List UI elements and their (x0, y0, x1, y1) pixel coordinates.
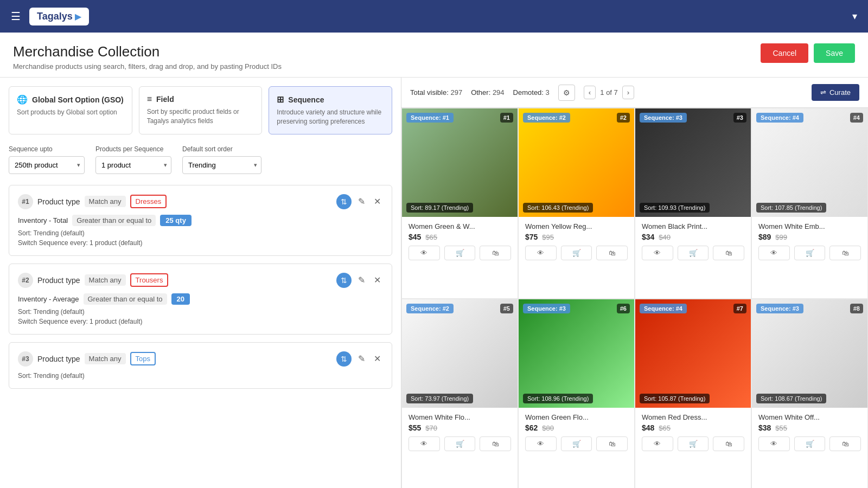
sort-card-sequence-header: ⊞ Sequence (277, 94, 384, 105)
add-button-2[interactable]: 🛍 (596, 246, 628, 260)
view-button-8[interactable]: 👁 (758, 436, 790, 451)
cart-button-8[interactable]: 🛒 (794, 436, 826, 451)
cart-button-6[interactable]: 🛒 (561, 436, 592, 451)
rule-2-inv-value: 20 (171, 293, 190, 305)
view-button-3[interactable]: 👁 (642, 246, 673, 260)
sequence-badge-2: Sequence: #2 (523, 113, 570, 123)
product-info-8: Women White Off... $38 $55 👁 🛒 🛍 (752, 408, 867, 457)
next-page-button[interactable]: › (622, 86, 634, 99)
rule-2-sort-button[interactable]: ⇅ (336, 273, 352, 288)
cart-button-1[interactable]: 🛒 (444, 246, 476, 260)
rule-3-edit-button[interactable]: ✎ (356, 351, 367, 367)
rule-1-delete-button[interactable]: ✕ (372, 194, 383, 209)
total-visible-stat: Total visible: 297 (410, 88, 462, 97)
rule-2-edit-button[interactable]: ✎ (356, 273, 367, 288)
product-actions-2: 👁 🛒 🛍 (525, 246, 628, 260)
product-name-6: Women Green Flo... (525, 413, 628, 421)
menu-icon[interactable]: ☰ (11, 10, 21, 23)
rule-2-delete-button[interactable]: ✕ (372, 273, 383, 288)
sort-card-sequence-desc: Introduce variety and structure while pr… (277, 108, 384, 126)
rule-3-match: Match any (85, 353, 126, 364)
sequence-badge-5: Sequence: #2 (406, 304, 454, 313)
curate-label: Curate (829, 88, 851, 97)
page-subtitle: Merchandise products using search, filte… (13, 62, 282, 70)
product-image-4: Sequence: #4 #4 Sort: 107.85 (Trending) (752, 108, 867, 217)
globe-icon: 🌐 (17, 94, 28, 105)
position-badge-6: #6 (617, 304, 630, 313)
sort-card-gso[interactable]: 🌐 Global Sort Option (GSO) Sort products… (9, 86, 132, 134)
product-card-1: Sequence: #1 #1 Sort: 89.17 (Trending) W… (401, 108, 518, 299)
product-info-3: Women Black Print... $34 $40 👁 🛒 🛍 (635, 217, 751, 266)
cancel-button[interactable]: Cancel (761, 43, 808, 63)
product-grid: Sequence: #1 #1 Sort: 89.17 (Trending) W… (401, 108, 868, 488)
price-current-5: $55 (409, 423, 421, 432)
cart-button-4[interactable]: 🛒 (794, 246, 826, 260)
rule-1-inv-label: Inventory - Total (18, 216, 68, 224)
sort-badge-6: Sort: 108.96 (Trending) (523, 394, 593, 403)
add-button-6[interactable]: 🛍 (596, 436, 628, 451)
sort-badge-3: Sort: 109.93 (Trending) (640, 203, 710, 213)
rule-3-type: Product type (37, 355, 80, 363)
cart-button-3[interactable]: 🛒 (678, 246, 709, 260)
sort-card-sequence[interactable]: ⊞ Sequence Introduce variety and structu… (269, 86, 392, 134)
rule-2-sort-detail: Sort: Trending (default) (18, 308, 383, 316)
rule-1-header: #1 Product type Match any Dresses ⇅ ✎ ✕ (18, 194, 383, 209)
right-panel-header: Total visible: 297 Other: 294 Demoted: 3… (401, 78, 868, 108)
product-info-5: Women White Flo... $55 $70 👁 🛒 🛍 (402, 408, 518, 457)
product-price-7: $48 $65 (642, 423, 744, 432)
rule-1-type: Product type (37, 197, 80, 206)
product-card-6: Sequence: #3 #6 Sort: 108.96 (Trending) … (518, 299, 635, 488)
sort-card-field-label: Field (156, 95, 174, 104)
product-actions-8: 👁 🛒 🛍 (758, 436, 861, 451)
rule-1-edit-button[interactable]: ✎ (356, 194, 367, 209)
add-button-4[interactable]: 🛍 (829, 246, 861, 260)
sequence-controls: Sequence upto 250th product 100th produc… (9, 145, 392, 174)
add-button-3[interactable]: 🛍 (713, 246, 744, 260)
product-name-4: Women White Emb... (758, 222, 861, 230)
settings-button[interactable]: ⚙ (558, 85, 575, 101)
cart-button-2[interactable]: 🛒 (561, 246, 592, 260)
product-name-7: Women Red Dress... (642, 413, 744, 421)
curate-button[interactable]: ⇌ Curate (812, 84, 859, 101)
save-button[interactable]: Save (814, 43, 855, 63)
product-actions-4: 👁 🛒 🛍 (758, 246, 861, 260)
price-original-6: $80 (542, 424, 554, 432)
demoted-label: Demoted: (513, 88, 544, 97)
view-button-1[interactable]: 👁 (409, 246, 440, 260)
cart-button-5[interactable]: 🛒 (444, 436, 476, 451)
view-button-6[interactable]: 👁 (525, 436, 557, 451)
view-button-7[interactable]: 👁 (642, 436, 673, 451)
view-button-2[interactable]: 👁 (525, 246, 557, 260)
product-image-1: Sequence: #1 #1 Sort: 89.17 (Trending) (402, 108, 518, 217)
sequence-upto-select[interactable]: 250th product 100th product 500th produc… (9, 156, 85, 174)
sequence-badge-7: Sequence: #4 (640, 304, 687, 313)
add-button-1[interactable]: 🛍 (480, 246, 511, 260)
price-current-3: $34 (642, 233, 654, 241)
rule-3-sort-button[interactable]: ⇅ (336, 351, 352, 367)
sequence-icon: ⊞ (277, 94, 284, 105)
header-dropdown[interactable]: ▾ (852, 10, 857, 22)
cart-button-7[interactable]: 🛒 (678, 436, 709, 451)
price-original-5: $70 (425, 424, 437, 432)
add-button-7[interactable]: 🛍 (713, 436, 744, 451)
prev-page-button[interactable]: ‹ (584, 86, 596, 99)
sequence-rule-1: #1 Product type Match any Dresses ⇅ ✎ ✕ … (9, 185, 392, 256)
rule-3-delete-button[interactable]: ✕ (372, 351, 383, 367)
sort-card-field[interactable]: ≡ Field Sort by specific product fields … (139, 86, 263, 134)
view-button-4[interactable]: 👁 (758, 246, 790, 260)
main-layout: 🌐 Global Sort Option (GSO) Sort products… (0, 78, 868, 488)
product-price-6: $62 $80 (525, 423, 628, 432)
sequence-upto-label: Sequence upto (9, 145, 85, 153)
default-sort-order-select[interactable]: Trending Newest Price: Low to High Price… (182, 156, 261, 174)
rule-2-header: #2 Product type Match any Trousers ⇅ ✎ ✕ (18, 273, 383, 288)
price-current-4: $89 (758, 233, 771, 241)
view-button-5[interactable]: 👁 (409, 436, 440, 451)
sequence-upto-group: Sequence upto 250th product 100th produc… (9, 145, 85, 174)
product-card-2: Sequence: #2 #2 Sort: 106.43 (Trending) … (518, 108, 635, 299)
rule-3-header: #3 Product type Match any Tops ⇅ ✎ ✕ (18, 351, 383, 367)
rule-1-sort-button[interactable]: ⇅ (336, 194, 352, 209)
add-button-5[interactable]: 🛍 (480, 436, 511, 451)
default-sort-order-label: Default sort order (182, 145, 261, 153)
add-button-8[interactable]: 🛍 (829, 436, 861, 451)
products-per-sequence-select[interactable]: 1 product 2 products 3 products (95, 156, 171, 174)
